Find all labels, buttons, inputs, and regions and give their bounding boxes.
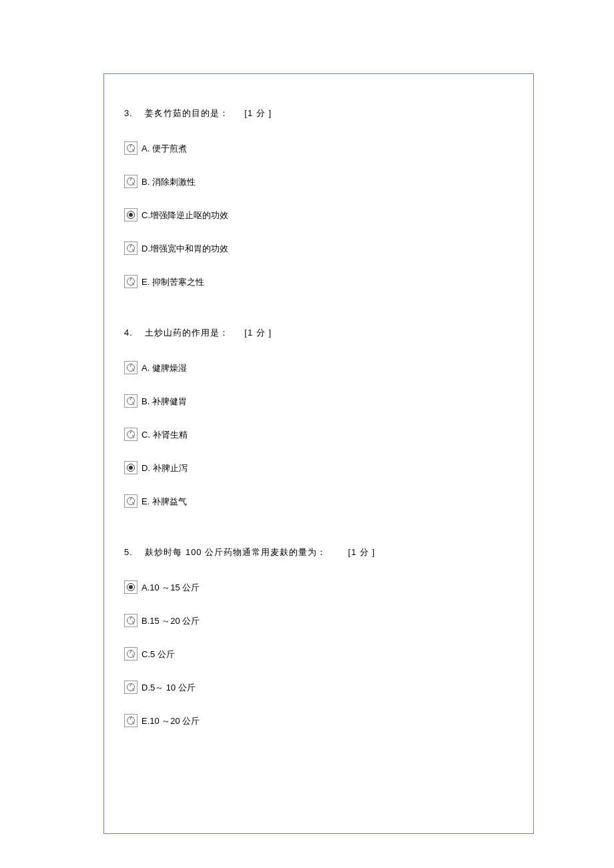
option-label: D.5～ 10 公斤 <box>141 682 196 694</box>
option-label: A. 健脾燥湿 <box>141 362 187 374</box>
question-4: 4. 土炒山药的作用是： [1 分 ] A. 健脾燥湿 B. 补脾健胃 C. 补… <box>124 327 513 508</box>
option-a[interactable]: A. 便于煎煮 <box>124 141 513 155</box>
option-a[interactable]: A. 健脾燥湿 <box>124 361 513 374</box>
option-label: E. 抑制苦寒之性 <box>141 276 204 288</box>
option-label: C. 补肾生精 <box>141 429 188 441</box>
option-c[interactable]: C.增强降逆止呕的功效 <box>124 208 513 222</box>
question-text: 3. 姜炙竹茹的目的是： [1 分 ] <box>124 107 513 119</box>
option-label: D.增强宽中和胃的功效 <box>141 243 228 255</box>
radio-icon[interactable] <box>124 647 137 661</box>
option-label: E.10 ～20 公斤 <box>141 715 200 727</box>
radio-icon[interactable] <box>124 141 137 155</box>
option-label: A. 便于煎煮 <box>141 143 187 155</box>
option-b[interactable]: B. 补脾健胃 <box>124 394 513 408</box>
option-d[interactable]: D.增强宽中和胃的功效 <box>124 242 513 255</box>
option-label: E. 补脾益气 <box>141 496 187 508</box>
radio-icon-selected[interactable] <box>124 208 137 222</box>
radio-icon[interactable] <box>124 175 137 188</box>
question-number: 5. <box>124 547 133 557</box>
question-stem: 麸炒时每 100 公斤药物通常用麦麸的量为： <box>145 547 326 557</box>
radio-icon[interactable] <box>124 681 137 694</box>
score-mark: [1 分 ] <box>244 108 272 118</box>
option-c[interactable]: C. 补肾生精 <box>124 428 513 441</box>
question-stem: 姜炙竹茹的目的是： <box>145 108 229 118</box>
option-label: B. 补脾健胃 <box>141 396 187 408</box>
radio-icon-selected[interactable] <box>124 461 137 474</box>
option-c[interactable]: C.5 公斤 <box>124 647 513 661</box>
question-5: 5. 麸炒时每 100 公斤药物通常用麦麸的量为： [1 分 ] A.10 ～1… <box>124 546 513 727</box>
page-border: 3. 姜炙竹茹的目的是： [1 分 ] A. 便于煎煮 B. 消除刺激性 C.增… <box>103 73 534 834</box>
radio-icon[interactable] <box>124 242 137 255</box>
radio-icon[interactable] <box>124 614 137 627</box>
radio-icon[interactable] <box>124 361 137 374</box>
question-number: 4. <box>124 328 133 338</box>
question-text: 5. 麸炒时每 100 公斤药物通常用麦麸的量为： [1 分 ] <box>124 546 513 558</box>
question-number: 3. <box>124 108 133 118</box>
option-d[interactable]: D.5～ 10 公斤 <box>124 681 513 694</box>
option-b[interactable]: B.15 ～20 公斤 <box>124 614 513 627</box>
option-label: C.5 公斤 <box>141 648 175 661</box>
option-b[interactable]: B. 消除刺激性 <box>124 175 513 188</box>
option-e[interactable]: E. 补脾益气 <box>124 494 513 508</box>
question-stem: 土炒山药的作用是： <box>145 328 229 338</box>
option-e[interactable]: E. 抑制苦寒之性 <box>124 275 513 288</box>
option-label: B.15 ～20 公斤 <box>141 615 200 627</box>
score-mark: [1 分 ] <box>348 547 376 557</box>
radio-icon-selected[interactable] <box>124 580 137 594</box>
option-label: A.10 ～15 公斤 <box>141 582 200 594</box>
radio-icon[interactable] <box>124 494 137 508</box>
option-label: C.增强降逆止呕的功效 <box>141 209 228 222</box>
option-label: B. 消除刺激性 <box>141 176 196 188</box>
score-mark: [1 分 ] <box>244 328 272 338</box>
option-label: D. 补脾止泻 <box>141 462 188 474</box>
radio-icon[interactable] <box>124 275 137 288</box>
option-d[interactable]: D. 补脾止泻 <box>124 461 513 474</box>
radio-icon[interactable] <box>124 428 137 441</box>
option-e[interactable]: E.10 ～20 公斤 <box>124 714 513 727</box>
question-text: 4. 土炒山药的作用是： [1 分 ] <box>124 327 513 339</box>
question-3: 3. 姜炙竹茹的目的是： [1 分 ] A. 便于煎煮 B. 消除刺激性 C.增… <box>124 107 513 288</box>
radio-icon[interactable] <box>124 714 137 727</box>
radio-icon[interactable] <box>124 394 137 408</box>
option-a[interactable]: A.10 ～15 公斤 <box>124 580 513 594</box>
